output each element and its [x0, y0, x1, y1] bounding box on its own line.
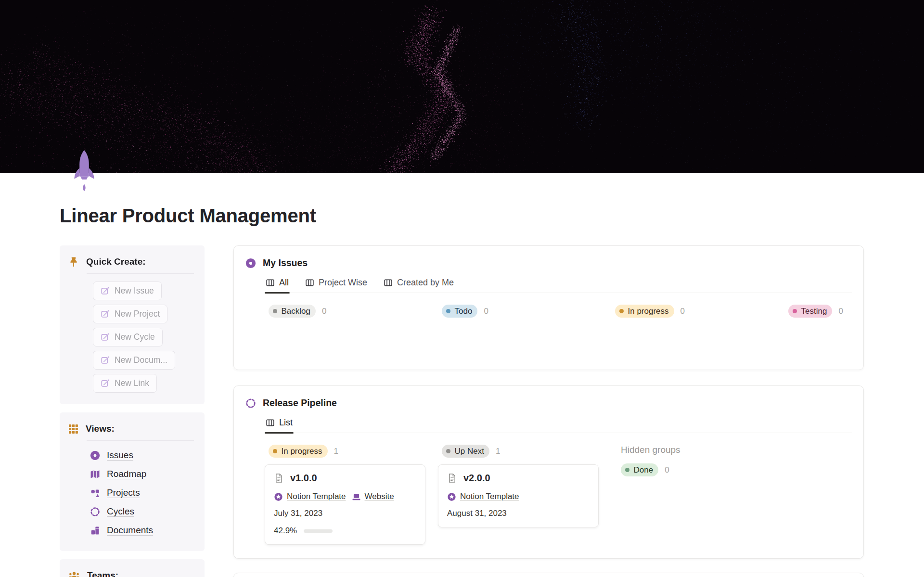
grid-icon: [68, 424, 78, 434]
view-link-label: Documents: [107, 525, 153, 536]
release-pipeline-tabs: List: [265, 415, 852, 433]
sidebar-item-cycles[interactable]: Cycles: [90, 506, 195, 517]
board-column-todo: Todo 0: [438, 305, 611, 318]
sidebar-item-roadmap[interactable]: Roadmap: [90, 469, 195, 479]
dashed-circle-icon: [245, 398, 256, 409]
progress-label: 42.9%: [274, 526, 297, 536]
button-label: New Issue: [115, 286, 154, 296]
board-view-icon: [266, 278, 275, 287]
views-heading: Views:: [86, 423, 115, 434]
release-title[interactable]: v2.0.0: [463, 473, 490, 484]
my-issues-tabs: All Project Wise Created by Me: [265, 275, 852, 293]
notion-template-link[interactable]: Notion Template: [447, 492, 519, 501]
sidebar-item-projects[interactable]: Projects: [90, 487, 195, 498]
tab-label: Created by Me: [397, 278, 454, 288]
status-label: Backlog: [282, 307, 310, 316]
group-count: 1: [496, 447, 500, 456]
release-date: July 31, 2023: [274, 509, 416, 518]
status-dot: [273, 309, 277, 313]
notion-star-icon: [447, 492, 456, 501]
website-link[interactable]: Website: [352, 492, 394, 501]
status-badge-in-progress[interactable]: In progress: [615, 305, 674, 318]
status-label: Done: [634, 465, 654, 475]
status-badge-up-next[interactable]: Up Next: [442, 445, 489, 458]
quick-create-block: Quick Create: New Issue New Project New …: [60, 245, 205, 404]
status-badge-testing[interactable]: Testing: [788, 305, 832, 318]
view-link-label: Cycles: [107, 506, 134, 517]
release-card-v1[interactable]: v1.0.0 Notion Template Website July 31, …: [265, 464, 425, 545]
status-badge-todo[interactable]: Todo: [442, 305, 477, 318]
tab-label: List: [279, 418, 293, 428]
board-column-backlog: Backlog 0: [265, 305, 438, 318]
release-title[interactable]: v1.0.0: [290, 473, 317, 484]
tab-label: All: [279, 278, 289, 288]
views-block: Views: Issues Roadmap Projects Cycles: [60, 412, 205, 551]
status-badge-backlog[interactable]: Backlog: [269, 305, 316, 318]
release-pipeline-title: Release Pipeline: [263, 397, 337, 409]
status-dot: [625, 468, 629, 472]
quick-create-heading: Quick Create:: [86, 256, 146, 267]
tab-all[interactable]: All: [265, 275, 290, 293]
dashed-circle-icon: [90, 507, 100, 517]
page-icon: [447, 473, 457, 483]
pushpin-icon: [68, 256, 79, 267]
compose-icon: [101, 309, 110, 319]
release-card-v2[interactable]: v2.0.0 Notion Template August 31, 2023: [438, 464, 599, 527]
view-link-label: Projects: [107, 487, 140, 498]
view-link-label: Roadmap: [107, 469, 146, 479]
shapes-icon: [90, 488, 100, 498]
sidebar-item-documents[interactable]: Documents: [90, 525, 195, 536]
view-link-label: Issues: [107, 450, 133, 461]
compose-icon: [101, 333, 110, 342]
divider: [87, 273, 194, 274]
new-project-button[interactable]: New Project: [93, 305, 167, 323]
tab-list[interactable]: List: [265, 415, 294, 433]
button-label: New Docum...: [115, 355, 167, 365]
donut-icon: [245, 258, 256, 269]
tab-project-wise[interactable]: Project Wise: [304, 275, 368, 293]
notion-star-icon: [274, 492, 283, 501]
link-label: Notion Template: [287, 492, 346, 501]
rocket-icon[interactable]: [71, 149, 97, 194]
page-title: Linear Product Management: [60, 204, 316, 227]
board-view-icon: [384, 278, 393, 287]
teams-block: Teams:: [60, 559, 205, 577]
sidebar-item-issues[interactable]: Issues: [90, 450, 195, 461]
group-count: 0: [680, 307, 685, 316]
my-issues-card: My Issues All Project Wise Created by Me: [233, 245, 864, 370]
button-label: New Project: [115, 309, 160, 319]
group-count: 0: [665, 465, 669, 475]
my-issues-board-groups: Backlog 0 Todo 0: [265, 305, 852, 318]
people-icon: [68, 571, 80, 577]
status-label: Todo: [455, 307, 473, 316]
group-count: 0: [322, 307, 326, 316]
main-content: My Issues All Project Wise Created by Me: [233, 245, 864, 577]
status-label: Testing: [801, 307, 827, 316]
group-count: 0: [484, 307, 488, 316]
board-column-testing: Testing 0: [784, 305, 864, 318]
tab-created-by-me[interactable]: Created by Me: [383, 275, 455, 293]
notion-template-link[interactable]: Notion Template: [274, 492, 346, 501]
new-link-button[interactable]: New Link: [93, 374, 157, 393]
tab-label: Project Wise: [319, 278, 367, 288]
board-view-icon: [305, 278, 314, 287]
sidebar: Quick Create: New Issue New Project New …: [60, 245, 205, 577]
status-badge-done[interactable]: Done: [621, 463, 658, 476]
status-dot: [273, 449, 277, 453]
new-cycle-button[interactable]: New Cycle: [93, 328, 163, 346]
new-issue-button[interactable]: New Issue: [93, 282, 162, 300]
compose-icon: [101, 379, 110, 388]
notion-page: Linear Product Management Quick Create: …: [0, 0, 924, 577]
release-pipeline-card: Release Pipeline List In progress 1: [233, 385, 864, 559]
group-count: 0: [838, 307, 843, 316]
status-label: In progress: [628, 307, 669, 316]
pipeline-column-up-next: Up Next 1 v2.0.0 Notion Template: [438, 445, 611, 527]
new-document-button[interactable]: New Docum...: [93, 351, 175, 370]
hidden-groups-toggle[interactable]: Hidden groups: [621, 445, 680, 455]
status-dot: [619, 309, 624, 313]
teams-heading: Teams:: [87, 570, 118, 577]
board-view-icon: [266, 418, 275, 427]
release-pipeline-groups: In progress 1 v1.0.0 Notion Template: [265, 445, 852, 545]
status-badge-in-progress[interactable]: In progress: [269, 445, 328, 458]
group-count: 1: [334, 447, 338, 456]
